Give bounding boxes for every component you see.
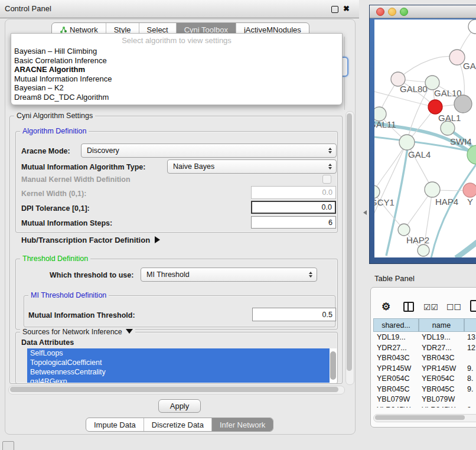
network-node-hap2[interactable]: [398, 224, 410, 236]
mi-threshold-field[interactable]: 0.5: [252, 308, 336, 321]
table-rows: YDL19...YDL19...13YDR27...YDR27...12YBR0…: [371, 333, 476, 407]
dropdown-item[interactable]: ARACNE Algorithm: [14, 65, 85, 74]
table-cell: YDR27...: [377, 344, 407, 352]
dpi-tolerance-field[interactable]: 0.0: [251, 201, 336, 214]
node-label: GAL4: [408, 149, 431, 159]
node-label: GAL: [463, 61, 476, 71]
tab-label: Infer Network: [220, 420, 265, 429]
network-edge[interactable]: [456, 237, 476, 257]
attribute-list-scrollbar[interactable]: [330, 351, 336, 380]
network-node[interactable]: [467, 145, 476, 164]
settings-hscrollbar-thumb[interactable]: [10, 387, 338, 392]
table-cell: YBL079W: [377, 395, 410, 403]
column-header-name[interactable]: name: [419, 318, 464, 332]
gear-icon[interactable]: ⚙: [382, 301, 390, 313]
network-graph: GALGAL80GAL10GAL1GAL11SWI4GAL4GCY1HAP4YH…: [374, 19, 476, 257]
table-row[interactable]: YBR045CYBR045C9.: [371, 385, 476, 396]
minimize-traffic-light[interactable]: [388, 8, 396, 16]
attribute-list-item[interactable]: gal4RGexp: [27, 377, 330, 383]
table-row[interactable]: YPR145WYPR145W9.: [371, 364, 476, 375]
aracne-mode-value: Discovery: [87, 146, 119, 155]
table-cell: YBR045C: [377, 385, 410, 393]
table-cell: YDL19...: [377, 333, 406, 341]
network-edge[interactable]: [431, 161, 476, 257]
which-threshold-combo[interactable]: MI Threshold: [141, 268, 317, 282]
floating-panel-icon[interactable]: [2, 441, 14, 450]
tab-impute-data[interactable]: Impute Data: [86, 418, 144, 431]
table-row[interactable]: YLR345WYLR345W9.: [371, 406, 476, 408]
algorithm-definition-title: Algorithm Definition: [20, 127, 89, 135]
column-header-shared-name[interactable]: shared...: [373, 318, 419, 332]
select-all-icon[interactable]: ☑☑: [423, 302, 438, 312]
table-cell: YER054C: [377, 374, 410, 383]
dropdown-item[interactable]: Bayesian – Hill Climbing: [14, 47, 97, 56]
table-row[interactable]: YDL19...YDL19...13: [371, 333, 476, 344]
manual-kernel-label: Manual Kernel Width Definition: [21, 175, 131, 184]
dropdown-item[interactable]: Mutual Information Inference: [14, 74, 112, 83]
float-panel-icon[interactable]: [331, 6, 338, 13]
node-label: HAP4: [435, 197, 458, 207]
table-row[interactable]: YBR043CYBR043C: [371, 354, 476, 364]
table-row[interactable]: YBL079WYBL079W: [371, 395, 476, 406]
which-threshold-value: MI Threshold: [146, 270, 190, 279]
network-node-swi4[interactable]: [441, 121, 455, 135]
network-node[interactable]: [454, 95, 472, 113]
zoom-traffic-light[interactable]: [400, 8, 408, 16]
network-node-gal4[interactable]: [399, 135, 415, 150]
dpi-tolerance-label: DPI Tolerance [0,1]:: [21, 204, 90, 213]
attribute-list-item[interactable]: TopologicalCoefficient: [27, 358, 330, 367]
aracne-mode-label: Aracne Mode:: [21, 147, 70, 155]
table-cell: YDL19...: [422, 333, 451, 341]
table-cell: YPR145W: [377, 364, 411, 373]
settings-vscrollbar-thumb[interactable]: [347, 113, 352, 371]
network-edge[interactable]: [398, 57, 457, 79]
tab-label: Discretize Data: [152, 420, 204, 429]
apply-button[interactable]: Apply: [158, 399, 201, 413]
table-cell: 12: [467, 344, 475, 352]
attribute-list-item[interactable]: BetweennessCentrality: [27, 367, 330, 377]
table-hscrollbar-track[interactable]: [373, 414, 476, 422]
network-node-gal1[interactable]: [428, 100, 442, 114]
deselect-all-icon[interactable]: ☐☐: [446, 302, 461, 312]
manual-kernel-checkbox[interactable]: [322, 175, 331, 184]
network-window-titlebar[interactable]: [370, 5, 476, 18]
data-attributes-list[interactable]: SelfLoopsTopologicalCoefficientBetweenne…: [27, 348, 337, 383]
split-columns-icon[interactable]: [403, 302, 414, 312]
settings-hscrollbar-track[interactable]: [8, 386, 345, 394]
kernel-width-field[interactable]: 0.0: [251, 186, 336, 199]
which-threshold-label: Which threshold to use:: [50, 271, 133, 279]
close-icon[interactable]: ✖: [343, 4, 350, 14]
hub-definition-toggle[interactable]: Hub/Transcription Factor Definition: [21, 236, 160, 244]
tab-infer-network[interactable]: Infer Network: [212, 418, 273, 431]
mi-steps-field[interactable]: 6: [251, 216, 336, 229]
dropdown-item[interactable]: Bayesian – K2: [14, 83, 64, 92]
network-node-hap4[interactable]: [425, 182, 440, 197]
dropdown-item[interactable]: Basic Correlation Inference: [14, 56, 107, 65]
network-node[interactable]: [418, 244, 429, 256]
network-node-y[interactable]: [463, 183, 476, 197]
tab-discretize-data[interactable]: Discretize Data: [144, 418, 212, 431]
node-label: Y: [467, 197, 473, 207]
settings-vscrollbar-track[interactable]: [345, 111, 354, 385]
table-hscrollbar-thumb[interactable]: [375, 415, 465, 420]
table-row[interactable]: YDR27...YDR27...12: [371, 344, 476, 354]
mi-threshold-group-title: MI Threshold Definition: [28, 291, 109, 299]
table-cell: YER054C: [422, 374, 455, 383]
table-row[interactable]: YER054CYER054C8.: [371, 374, 476, 385]
aracne-mode-combo[interactable]: Discovery: [81, 144, 337, 158]
close-traffic-light[interactable]: [376, 8, 384, 16]
column-header-partial[interactable]: [464, 318, 476, 332]
kernel-width-label: Kernel Width (0,1):: [21, 190, 86, 198]
dropdown-item[interactable]: Dream8 DC_TDC Algorithm: [14, 93, 109, 102]
table-cell: 8.: [467, 374, 473, 383]
split-pane-collapse-arrow[interactable]: [363, 210, 367, 215]
table-cell: YPR145W: [422, 364, 456, 373]
data-attributes-label: Data Attributes: [21, 338, 74, 347]
network-canvas[interactable]: GALGAL80GAL10GAL1GAL11SWI4GAL4GCY1HAP4YH…: [374, 19, 476, 257]
mi-type-combo[interactable]: Naive Bayes: [167, 159, 337, 174]
document-icon[interactable]: [470, 300, 476, 312]
attribute-list-item[interactable]: SelfLoops: [27, 348, 330, 358]
network-node[interactable]: [468, 19, 476, 34]
network-node-gcy1[interactable]: [374, 185, 380, 198]
sources-group-toggle[interactable]: Sources for Network Inference: [20, 328, 135, 336]
